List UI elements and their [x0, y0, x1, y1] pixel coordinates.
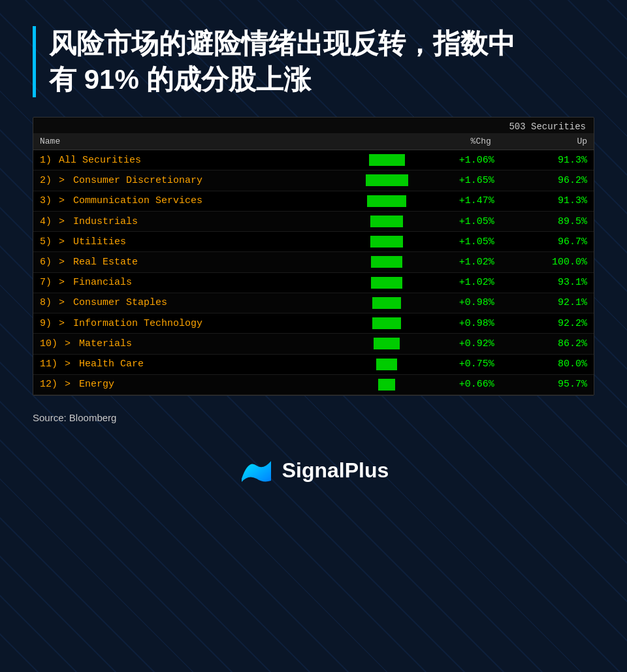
col-header-name: Name — [33, 133, 359, 150]
table-header: Name %Chg Up — [33, 133, 594, 150]
table-row: 11) > Health Care+0.75%80.0% — [33, 354, 594, 374]
page-title: 风险市场的避险情绪出现反转，指数中 有 91% 的成分股上涨 — [49, 26, 594, 97]
cell-pct: +0.98% — [415, 313, 504, 334]
cell-up: 100.0% — [504, 252, 594, 272]
cell-name: 8) > Consumer Staples — [33, 293, 359, 313]
cell-name: 7) > Financials — [33, 272, 359, 293]
cell-up: 93.1% — [504, 272, 594, 293]
cell-bar — [359, 334, 415, 354]
cell-up: 86.2% — [504, 334, 594, 354]
cell-bar — [359, 313, 415, 334]
table-row: 4) > Industrials+1.05%89.5% — [33, 211, 594, 231]
logo-text: SignalPlus — [282, 458, 389, 483]
cell-up: 89.5% — [504, 211, 594, 231]
table-row: 8) > Consumer Staples+0.98%92.1% — [33, 293, 594, 313]
table-row: 1) All Securities+1.06%91.3% — [33, 150, 594, 170]
cell-bar — [359, 191, 415, 211]
cell-up: 80.0% — [504, 354, 594, 374]
securities-count: 503 Securities — [509, 121, 586, 132]
cell-pct: +0.75% — [415, 354, 504, 374]
cell-pct: +1.02% — [415, 272, 504, 293]
cell-name: 6) > Real Estate — [33, 252, 359, 272]
cell-pct: +1.05% — [415, 211, 504, 231]
cell-name: 5) > Utilities — [33, 232, 359, 252]
cell-bar — [359, 252, 415, 272]
table-row: 12) > Energy+0.66%95.7% — [33, 374, 594, 394]
cell-name: 4) > Industrials — [33, 211, 359, 231]
cell-bar — [359, 293, 415, 313]
cell-up: 95.7% — [504, 374, 594, 394]
signalplus-logo-icon — [238, 456, 274, 485]
securities-count-row: 503 Securities — [33, 118, 594, 133]
cell-name: 9) > Information Technology — [33, 313, 359, 334]
cell-name: 10) > Materials — [33, 334, 359, 354]
cell-pct: +1.47% — [415, 191, 504, 211]
cell-bar — [359, 211, 415, 231]
cell-bar — [359, 374, 415, 394]
cell-pct: +1.02% — [415, 252, 504, 272]
col-header-bar — [359, 133, 415, 150]
cell-bar — [359, 272, 415, 293]
cell-name: 12) > Energy — [33, 374, 359, 394]
cell-up: 91.3% — [504, 150, 594, 170]
title-block: 风险市场的避险情绪出现反转，指数中 有 91% 的成分股上涨 — [33, 26, 594, 97]
cell-up: 91.3% — [504, 191, 594, 211]
cell-bar — [359, 232, 415, 252]
table-row: 2) > Consumer Discretionary+1.65%96.2% — [33, 170, 594, 191]
data-table-container: 503 Securities Name %Chg Up 1) All Secur… — [33, 117, 594, 396]
cell-pct: +1.65% — [415, 170, 504, 191]
cell-name: 3) > Communication Services — [33, 191, 359, 211]
cell-name: 11) > Health Care — [33, 354, 359, 374]
table-row: 9) > Information Technology+0.98%92.2% — [33, 313, 594, 334]
cell-name: 2) > Consumer Discretionary — [33, 170, 359, 191]
cell-bar — [359, 170, 415, 191]
securities-table: Name %Chg Up 1) All Securities+1.06%91.3… — [33, 133, 594, 395]
cell-pct: +0.66% — [415, 374, 504, 394]
cell-pct: +1.05% — [415, 232, 504, 252]
col-header-pct: %Chg — [415, 133, 504, 150]
main-container: 风险市场的避险情绪出现反转，指数中 有 91% 的成分股上涨 503 Secur… — [0, 0, 627, 511]
cell-up: 96.7% — [504, 232, 594, 252]
table-row: 5) > Utilities+1.05%96.7% — [33, 232, 594, 252]
cell-pct: +0.98% — [415, 293, 504, 313]
table-row: 6) > Real Estate+1.02%100.0% — [33, 252, 594, 272]
cell-bar — [359, 150, 415, 170]
table-row: 10) > Materials+0.92%86.2% — [33, 334, 594, 354]
cell-pct: +0.92% — [415, 334, 504, 354]
table-row: 3) > Communication Services+1.47%91.3% — [33, 191, 594, 211]
table-row: 7) > Financials+1.02%93.1% — [33, 272, 594, 293]
cell-up: 92.2% — [504, 313, 594, 334]
cell-pct: +1.06% — [415, 150, 504, 170]
col-header-up: Up — [504, 133, 594, 150]
logo-section: SignalPlus — [33, 456, 594, 485]
cell-bar — [359, 354, 415, 374]
cell-name: 1) All Securities — [33, 150, 359, 170]
cell-up: 92.1% — [504, 293, 594, 313]
source-label: Source: Bloomberg — [33, 412, 594, 423]
cell-up: 96.2% — [504, 170, 594, 191]
